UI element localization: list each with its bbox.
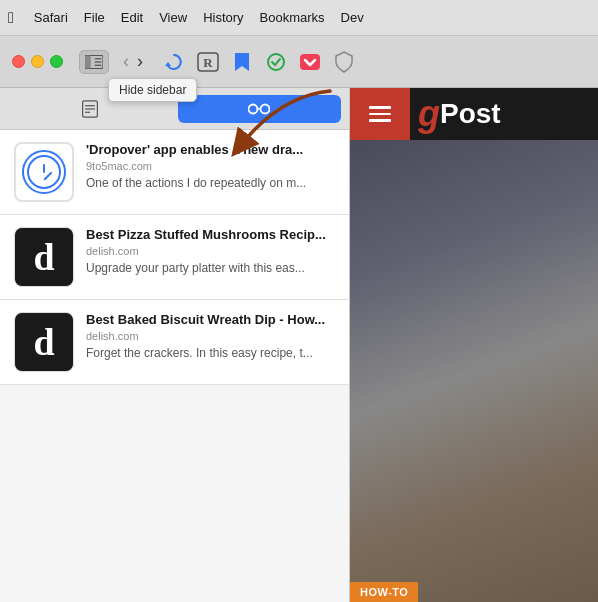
- item-source: delish.com: [86, 245, 335, 257]
- item-content: Best Pizza Stuffed Mushrooms Recip... de…: [86, 227, 335, 276]
- item-source: delish.com: [86, 330, 335, 342]
- svg-point-15: [249, 104, 258, 113]
- svg-point-16: [261, 104, 270, 113]
- item-thumbnail: d: [14, 227, 74, 287]
- toolbar: ‹ › R: [0, 36, 598, 88]
- list-item[interactable]: 'Dropover' app enables a new dra... 9to5…: [0, 130, 349, 215]
- hide-sidebar-tooltip: Hide sidebar: [108, 78, 197, 102]
- hamburger-menu-button[interactable]: [350, 88, 410, 140]
- bookmarks-tab-icon: [81, 100, 99, 118]
- reader-icon[interactable]: R: [195, 49, 221, 75]
- web-image-area: HOW-TO: [350, 140, 598, 602]
- hamburger-line: [369, 113, 391, 116]
- sidebar-toggle-button[interactable]: [79, 50, 109, 74]
- back-button[interactable]: ‹: [121, 51, 131, 72]
- list-item[interactable]: d Best Baked Biscuit Wreath Dip - How...…: [0, 300, 349, 385]
- menu-view[interactable]: View: [159, 10, 187, 25]
- menu-history[interactable]: History: [203, 10, 243, 25]
- menu-bookmarks[interactable]: Bookmarks: [260, 10, 325, 25]
- item-title: Best Baked Biscuit Wreath Dip - How...: [86, 312, 335, 329]
- reading-list: 'Dropover' app enables a new dra... 9to5…: [0, 130, 349, 602]
- list-item[interactable]: d Best Pizza Stuffed Mushrooms Recip... …: [0, 215, 349, 300]
- svg-rect-1: [85, 55, 91, 68]
- reload-icon[interactable]: [161, 49, 187, 75]
- delish-logo-icon: d: [33, 323, 54, 361]
- svg-text:R: R: [203, 55, 213, 70]
- svg-marker-5: [165, 62, 171, 66]
- item-title: Best Pizza Stuffed Mushrooms Recip...: [86, 227, 335, 244]
- menu-dev[interactable]: Dev: [341, 10, 364, 25]
- item-thumbnail: [14, 142, 74, 202]
- toolbar-icons: R: [161, 49, 357, 75]
- hamburger-line: [369, 106, 391, 109]
- minimize-button[interactable]: [31, 55, 44, 68]
- item-content: 'Dropover' app enables a new dra... 9to5…: [86, 142, 335, 191]
- hamburger-icon: [369, 106, 391, 122]
- gpost-post-text: Post: [440, 100, 501, 128]
- forward-button[interactable]: ›: [135, 51, 145, 72]
- web-content-area: g Post HOW-TO: [350, 88, 598, 602]
- delish-logo-icon: d: [33, 238, 54, 276]
- close-button[interactable]: [12, 55, 25, 68]
- menu-bar:  Safari File Edit View History Bookmark…: [0, 0, 598, 36]
- clock-icon: [27, 155, 61, 189]
- bookmark-icon[interactable]: [229, 49, 255, 75]
- web-top-bar: g Post: [350, 88, 598, 140]
- svg-point-8: [268, 54, 284, 70]
- sidebar-icon: [85, 55, 103, 69]
- item-description: Forget the crackers. In this easy recipe…: [86, 345, 335, 361]
- sidebar: 'Dropover' app enables a new dra... 9to5…: [0, 88, 350, 602]
- traffic-lights: [12, 55, 63, 68]
- menu-file[interactable]: File: [84, 10, 105, 25]
- item-source: 9to5mac.com: [86, 160, 335, 172]
- nav-arrows: ‹ ›: [121, 51, 145, 72]
- hamburger-line: [369, 119, 391, 122]
- clock-hand-hour: [43, 164, 45, 173]
- how-to-badge: HOW-TO: [350, 582, 418, 602]
- apple-menu-icon[interactable]: : [8, 9, 14, 27]
- item-title: 'Dropover' app enables a new dra...: [86, 142, 335, 159]
- reading-list-tab-icon: [248, 102, 270, 116]
- item-content: Best Baked Biscuit Wreath Dip - How... d…: [86, 312, 335, 361]
- gpost-logo: g Post: [410, 88, 598, 140]
- item-thumbnail: d: [14, 312, 74, 372]
- dropover-icon: [22, 150, 66, 194]
- item-description: Upgrade your party platter with this eas…: [86, 260, 335, 276]
- svg-rect-9: [300, 54, 320, 70]
- menu-edit[interactable]: Edit: [121, 10, 143, 25]
- menu-safari[interactable]: Safari: [34, 10, 68, 25]
- shield-icon[interactable]: [331, 49, 357, 75]
- clock-hand-minute: [43, 172, 52, 181]
- reading-list-tab[interactable]: [178, 95, 342, 123]
- tab-overview-icon[interactable]: [263, 49, 289, 75]
- fullscreen-button[interactable]: [50, 55, 63, 68]
- main-area: 'Dropover' app enables a new dra... 9to5…: [0, 88, 598, 602]
- item-description: One of the actions I do repeatedly on m.…: [86, 175, 335, 191]
- gpost-g-letter: g: [418, 96, 440, 132]
- pocket-icon[interactable]: [297, 49, 323, 75]
